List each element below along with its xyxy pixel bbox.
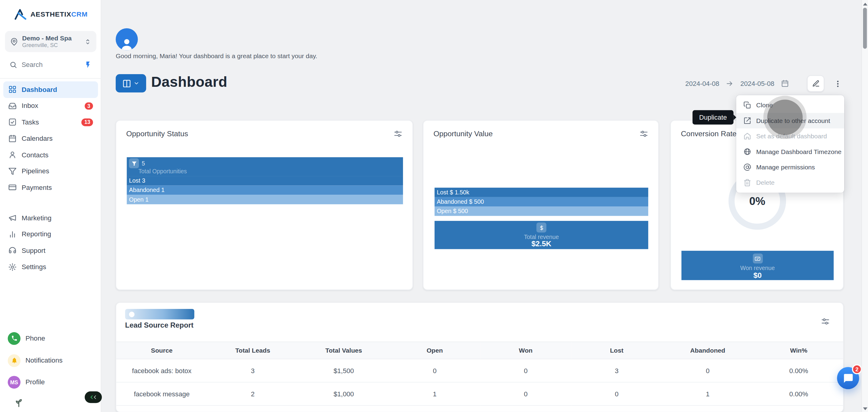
card-settings-icon[interactable] <box>394 130 402 138</box>
avatar-initials: MS <box>10 379 18 385</box>
sidebar-divider <box>0 78 101 79</box>
card-settings-icon[interactable] <box>821 317 830 326</box>
table-header-lost: Lost <box>571 342 662 359</box>
arrow-right-icon <box>726 80 734 87</box>
card-title: Conversion Rate <box>681 130 737 138</box>
sidebar-item-profile[interactable]: MS Profile <box>3 373 98 391</box>
funnel-stage-abandoned-500: Abandoned $ 500 <box>435 197 648 207</box>
menu-item-manage-permissions[interactable]: Manage permissions <box>736 159 844 175</box>
card-title: Opportunity Status <box>126 130 188 138</box>
table-cell: $1,000 <box>299 382 390 405</box>
table-cell: $1,500 <box>299 359 390 382</box>
menu-item-label: Delete <box>756 179 775 186</box>
won-revenue-value: $0 <box>681 271 834 280</box>
table-cell: facebook message <box>116 382 207 405</box>
date-range-picker[interactable]: 2024-04-08 2024-05-08 <box>685 77 789 90</box>
sidebar-item-label: Inbox <box>22 102 80 110</box>
menu-item-clone[interactable]: Clone <box>736 97 844 113</box>
sidebar-item-payments[interactable]: Payments <box>3 179 98 196</box>
app-window: AESTHETIXCRM Demo - Med Spa Greenville, … <box>0 0 868 412</box>
opportunity-status-funnel: 5 Total Opportunities Lost 3Abandoned 1O… <box>127 157 403 204</box>
sidebar-item-inbox[interactable]: Inbox3 <box>3 98 98 114</box>
sidebar-item-settings[interactable]: Settings <box>3 259 98 275</box>
dashboard-layout-button[interactable] <box>116 74 146 93</box>
table-header-total-leads: Total Leads <box>207 342 299 359</box>
card-title: Opportunity Value <box>433 130 493 138</box>
menu-item-label: Set as default dashboard <box>756 133 827 139</box>
table-cell: 0 <box>480 359 571 382</box>
search-input[interactable] <box>22 61 80 69</box>
tasks-icon <box>8 118 17 127</box>
date-start[interactable]: 2024-04-08 <box>685 80 719 87</box>
sidebar-item-reporting[interactable]: Reporting <box>3 226 98 242</box>
sidebar-item-phone[interactable]: Phone <box>3 329 98 347</box>
sidebar-item-pipelines[interactable]: Pipelines <box>3 163 98 179</box>
funnel-stage-open-500: Open $ 500 <box>435 207 648 216</box>
sidebar-item-dashboard[interactable]: Dashboard <box>3 82 98 98</box>
unread-badge: 13 <box>82 119 93 126</box>
scrollbar-up-arrow[interactable] <box>862 1 868 7</box>
lead-source-table: SourceTotal LeadsTotal ValuesOpenWonLost… <box>116 342 844 406</box>
scrollbar-down-arrow[interactable] <box>862 405 868 412</box>
sidebar-collapse-button[interactable] <box>85 391 102 403</box>
table-header-won: Won <box>480 342 571 359</box>
profile-avatar: MS <box>8 376 21 388</box>
table-row[interactable]: facebook message2$1,00010010.00% <box>116 382 844 405</box>
sidebar-item-label: Profile <box>25 378 93 386</box>
support-icon <box>8 247 17 255</box>
plant-icon <box>13 394 24 411</box>
total-revenue-block: Total revenue $2.5K <box>435 221 648 249</box>
table-cell: 0.00% <box>753 382 844 405</box>
table-header-win: Win% <box>753 342 844 359</box>
quick-actions-bolt-icon[interactable] <box>84 61 92 69</box>
table-body: facebook ads: botox3$1,50000300.00%faceb… <box>116 359 844 405</box>
table-header-open: Open <box>389 342 480 359</box>
table-header-total-values: Total Values <box>299 342 390 359</box>
sidebar-item-label: Calendars <box>22 135 93 142</box>
menu-item-duplicate-to-other-account[interactable]: Duplicate to other account <box>736 113 844 128</box>
sidebar-item-label: Dashboard <box>22 86 93 93</box>
chevron-left-icon <box>92 394 98 400</box>
funnel-stages: Lost 3Abandoned 1Open 1 <box>127 176 403 204</box>
sidebar-item-contacts[interactable]: Contacts <box>3 147 98 163</box>
funnel-icon <box>129 158 139 168</box>
table-cell: facebook ads: botox <box>116 359 207 382</box>
dashboard-more-options-button[interactable] <box>832 76 844 91</box>
table-cell: 3 <box>207 359 299 382</box>
duplicate-tooltip: Duplicate <box>692 110 734 125</box>
globe-icon <box>744 148 751 156</box>
menu-item-manage-dashboard-timezone[interactable]: Manage Dashboard Timezone <box>736 144 844 159</box>
pipelines-icon <box>8 167 17 176</box>
card-settings-icon[interactable] <box>639 130 648 138</box>
chat-unread-badge: 2 <box>852 365 862 374</box>
dashboard-actions-menu: CloneDuplicate to other accountSet as de… <box>736 95 844 193</box>
table-cell: 2 <box>207 382 299 405</box>
conversion-rate-value: 0% <box>749 195 765 208</box>
sidebar-item-calendars[interactable]: Calendars <box>3 130 98 147</box>
won-revenue-label: Won revenue <box>681 265 834 271</box>
card-title: Lead Source Report <box>125 321 193 329</box>
user-avatar[interactable] <box>116 28 138 50</box>
edit-dashboard-button[interactable] <box>807 75 824 92</box>
sidebar-item-notifications[interactable]: Notifications <box>3 351 98 369</box>
gauge-dot <box>129 311 134 317</box>
calendar-icon <box>8 134 17 143</box>
menu-item-label: Duplicate to other account <box>756 117 830 124</box>
menu-item-label: Clone <box>756 102 773 108</box>
sidebar-item-label: Reporting <box>22 230 93 239</box>
table-row[interactable]: facebook ads: botox3$1,50000300.00% <box>116 359 844 382</box>
scrollbar-thumb[interactable] <box>863 8 867 49</box>
account-switcher[interactable]: Demo - Med Spa Greenville, SC <box>5 31 96 52</box>
sidebar-item-support[interactable]: Support <box>3 242 98 259</box>
sidebar-nav-secondary: MarketingReportingSupportSettings <box>3 210 98 275</box>
date-end[interactable]: 2024-05-08 <box>740 80 774 87</box>
table-cell: 3 <box>571 359 662 382</box>
chevron-down-icon <box>133 80 140 86</box>
sidebar-item-marketing[interactable]: Marketing <box>3 210 98 226</box>
sidebar-item-label: Tasks <box>22 119 77 126</box>
menu-item-set-as-default-dashboard: Set as default dashboard <box>736 128 844 144</box>
sidebar: AESTHETIXCRM Demo - Med Spa Greenville, … <box>0 0 101 412</box>
sidebar-item-tasks[interactable]: Tasks13 <box>3 114 98 130</box>
chat-icon <box>843 373 853 383</box>
marketing-icon <box>8 214 17 222</box>
